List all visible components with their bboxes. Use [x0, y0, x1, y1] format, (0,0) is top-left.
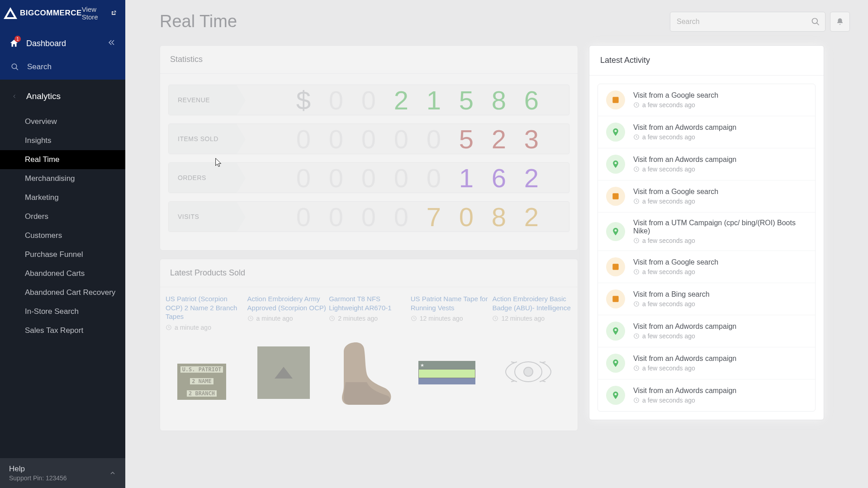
digit-value: 6 — [482, 163, 515, 193]
digit-value: 1 — [417, 85, 450, 115]
activity-item[interactable]: Visit from an Adwords campaigna few seco… — [598, 379, 815, 411]
activity-item[interactable]: Visit from a Google searcha few seconds … — [598, 251, 815, 283]
activity-time: a few seconds ago — [633, 101, 718, 109]
activity-text: Visit from a Google search — [633, 258, 718, 266]
nav-item-abandoned-cart-recovery[interactable]: Abandoned Cart Recovery — [0, 283, 125, 302]
nav-item-instore-search[interactable]: In-Store Search — [0, 302, 125, 321]
product-image — [499, 356, 558, 389]
nav-label: Overview — [25, 117, 57, 126]
activity-text: Visit from an Adwords campaign — [633, 322, 736, 331]
digit-value: 2 — [515, 202, 547, 232]
nav-item-orders[interactable]: Orders — [0, 207, 125, 226]
sidebar-item-dashboard[interactable]: 1 Dashboard — [0, 32, 125, 58]
clock-icon — [166, 324, 172, 331]
pin-icon — [606, 222, 625, 241]
collapse-sidebar-button[interactable] — [107, 38, 116, 49]
activity-text: Visit from a Bing search — [633, 290, 710, 298]
product-card[interactable]: Garmont T8 NFS Lightweight AR670-12 minu… — [329, 294, 409, 418]
product-title: US Patriot Name Tape for Running Vests — [411, 294, 491, 312]
chevron-up-icon — [109, 469, 116, 477]
notifications-button[interactable] — [830, 12, 850, 32]
activity-item[interactable]: Visit from an Adwords campaigna few seco… — [598, 347, 815, 379]
activity-item[interactable]: Visit from an Adwords campaigna few seco… — [598, 148, 815, 180]
analytics-section-header[interactable]: Analytics — [0, 80, 125, 112]
activity-time: a few seconds ago — [633, 397, 736, 404]
digit-zero: 0 — [287, 163, 319, 193]
clock-icon — [633, 397, 640, 403]
global-search[interactable] — [670, 12, 825, 32]
product-card[interactable]: US Patriot Name Tape for Running Vests12… — [411, 294, 491, 418]
brand[interactable]: BIGCOMMERCE — [4, 7, 82, 19]
search-input[interactable] — [670, 12, 825, 32]
nav-label: In-Store Search — [25, 307, 79, 316]
brand-row: BIGCOMMERCE View Store — [0, 0, 125, 32]
product-time: a minute ago — [247, 315, 327, 322]
activity-item[interactable]: Visit from a UTM Campaign (cpc/ bing/(RO… — [598, 213, 815, 251]
activity-time: a few seconds ago — [633, 237, 807, 244]
activity-item[interactable]: Visit from a Bing searcha few seconds ag… — [598, 283, 815, 315]
clock-icon — [329, 315, 335, 322]
products-title: Latest Products Sold — [160, 259, 578, 287]
product-card[interactable]: Action Embroidery Basic Badge (ABU)- Int… — [492, 294, 572, 418]
source-icon — [606, 289, 625, 308]
nav-item-marketing[interactable]: Marketing — [0, 188, 125, 207]
nav-item-overview[interactable]: Overview — [0, 112, 125, 131]
svg-point-8 — [524, 367, 533, 376]
activity-text: Visit from a Google search — [633, 91, 718, 99]
product-title: Action Embroidery Basic Badge (ABU)- Int… — [492, 294, 572, 312]
clock-icon — [633, 333, 640, 339]
nav-item-abandoned-carts[interactable]: Abandoned Carts — [0, 264, 125, 283]
activity-item[interactable]: Visit from a Google searcha few seconds … — [598, 84, 815, 116]
nav-item-purchase-funnel[interactable]: Purchase Funnel — [0, 245, 125, 264]
stat-row: VISITS00007082 — [168, 201, 569, 232]
product-image — [257, 346, 310, 399]
digit-value: 6 — [515, 85, 547, 115]
product-card[interactable]: Action Embroidery Army Approved (Scorpio… — [247, 294, 327, 418]
pin-icon — [606, 386, 625, 405]
activity-text: Visit from an Adwords campaign — [633, 387, 736, 395]
clock-icon — [633, 237, 640, 244]
stat-digits: 00000162 — [237, 163, 569, 193]
chevron-left-icon — [12, 94, 17, 99]
activity-text: Visit from a UTM Campaign (cpc/ bing/(RO… — [633, 219, 807, 235]
nav-label: Abandoned Cart Recovery — [25, 288, 115, 297]
sidebar: BIGCOMMERCE View Store 1 Dashboard Searc… — [0, 0, 125, 488]
stat-row: ORDERS00000162 — [168, 162, 569, 193]
nav-item-sales-tax-report[interactable]: Sales Tax Report — [0, 321, 125, 340]
nav-item-insights[interactable]: Insights — [0, 131, 125, 150]
digit-zero: 0 — [287, 124, 319, 154]
search-icon — [11, 63, 19, 71]
clock-icon — [633, 269, 640, 275]
nav-item-customers[interactable]: Customers — [0, 226, 125, 245]
activity-item[interactable]: Visit from a Google searcha few seconds … — [598, 180, 815, 213]
stat-row: ITEMS SOLD00000523 — [168, 123, 569, 154]
stat-digits: $0021586 — [237, 85, 569, 115]
clock-icon — [247, 315, 254, 322]
support-pin: Support Pin: 123456 — [9, 474, 67, 482]
help-row[interactable]: Help Support Pin: 123456 — [0, 458, 125, 488]
sidebar-search[interactable]: Search — [0, 58, 125, 80]
activity-time: a few seconds ago — [633, 133, 736, 141]
view-store-link[interactable]: View Store — [82, 5, 116, 21]
product-card[interactable]: US Patriot (Scorpion OCP) 2 Name 2 Branc… — [166, 294, 246, 418]
products-panel: Latest Products Sold US Patriot (Scorpio… — [160, 259, 578, 431]
nav-item-merchandising[interactable]: Merchandising — [0, 169, 125, 188]
pin-icon — [606, 155, 625, 174]
product-image: U.S. PATRIOT2 NAME2 BRANCH — [177, 364, 226, 400]
search-icon[interactable] — [811, 17, 820, 26]
nav-item-realtime[interactable]: Real Time — [0, 150, 125, 169]
nav-label: Marketing — [25, 193, 59, 202]
clock-icon — [411, 315, 417, 322]
product-title: Action Embroidery Army Approved (Scorpio… — [247, 294, 327, 312]
activity-item[interactable]: Visit from an Adwords campaigna few seco… — [598, 315, 815, 347]
svg-rect-18 — [612, 296, 618, 302]
digit-value: 0 — [450, 202, 482, 232]
nav-label: Purchase Funnel — [25, 250, 83, 259]
svg-rect-9 — [612, 97, 618, 103]
pin-icon — [606, 354, 625, 373]
digit-value: 8 — [482, 85, 515, 115]
activity-item[interactable]: Visit from an Adwords campaigna few seco… — [598, 116, 815, 148]
clock-icon — [633, 166, 640, 172]
nav-label: Orders — [25, 212, 48, 221]
stat-digits: 00000523 — [237, 124, 569, 154]
